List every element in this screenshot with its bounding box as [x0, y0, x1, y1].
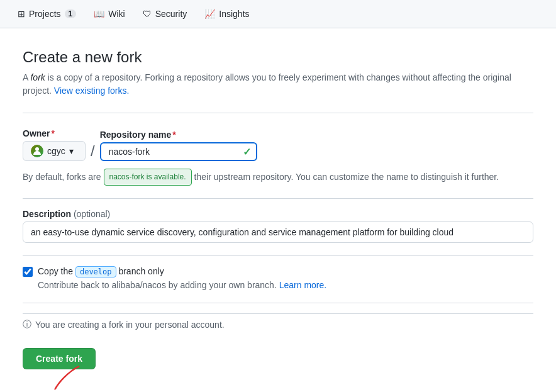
nav-security[interactable]: 🛡 Security [135, 5, 195, 23]
copy-branch-row: Copy the develop branch only [23, 266, 533, 277]
top-nav: ⊞ Projects 1 📖 Wiki 🛡 Security 📈 Insight… [0, 0, 556, 28]
personal-account-info-row: ⓘ You are creating a fork in your person… [23, 313, 533, 335]
slash-separator: / [91, 142, 95, 161]
copy-branch-checkbox[interactable] [23, 267, 33, 277]
description-label: Description (optional) [23, 209, 533, 219]
nav-insights[interactable]: 📈 Insights [197, 5, 257, 23]
form-divider-1 [23, 198, 533, 199]
repo-name-input-wrapper: ✓ [100, 142, 257, 161]
info-circle-icon: ⓘ [23, 319, 31, 330]
nav-wiki-label: Wiki [108, 9, 125, 19]
nav-projects-label: Projects [29, 9, 61, 19]
desc-italic: fork [30, 72, 45, 82]
owner-dropdown[interactable]: cgyc ▾ [23, 141, 86, 161]
owner-name: cgyc [47, 146, 65, 156]
dropdown-chevron-icon: ▾ [69, 146, 74, 156]
repo-name-input[interactable] [100, 142, 257, 161]
owner-avatar [31, 145, 43, 157]
repo-name-field-group: Repository name* ✓ [100, 130, 257, 161]
copy-branch-label: Copy the develop branch only [38, 266, 164, 277]
nav-security-label: Security [155, 9, 187, 19]
nav-projects[interactable]: ⊞ Projects 1 [10, 5, 84, 23]
owner-label: Owner* [23, 128, 86, 138]
fork-info-row: By default, forks are nacos-fork is avai… [23, 169, 533, 186]
main-content: Create a new fork A fork is a copy of a … [8, 28, 548, 389]
repo-name-label: Repository name* [100, 130, 257, 140]
checkbox-sub-text: Contribute back to alibaba/nacos by addi… [38, 280, 533, 290]
projects-badge: 1 [65, 9, 77, 18]
personal-account-text: You are creating a fork in your personal… [35, 320, 225, 330]
section-divider [23, 113, 533, 113]
create-fork-btn-wrapper: Create fork [23, 348, 96, 369]
page-description: A fork is a copy of a repository. Forkin… [23, 71, 533, 98]
form-divider-2 [23, 255, 533, 256]
branch-badge: develop [75, 266, 116, 277]
form-divider-3 [23, 303, 533, 303]
owner-repo-row: Owner* cgyc ▾ / Repository name* [23, 128, 533, 161]
fork-info-pre: By default, forks are [23, 170, 101, 184]
svg-point-0 [35, 147, 39, 151]
view-existing-forks-link[interactable]: View existing forks. [54, 86, 130, 96]
page-title: Create a new fork [23, 48, 533, 66]
nav-wiki[interactable]: 📖 Wiki [86, 5, 132, 23]
create-fork-button[interactable]: Create fork [23, 348, 96, 369]
fork-info-post: their upstream repository. You can custo… [194, 170, 499, 184]
owner-field-group: Owner* cgyc ▾ [23, 128, 86, 161]
desc-prefix: A [23, 72, 30, 82]
shield-icon: 🛡 [143, 9, 152, 19]
nav-insights-label: Insights [219, 9, 249, 19]
fork-form: Owner* cgyc ▾ / Repository name* [23, 128, 533, 369]
checkmark-icon: ✓ [243, 146, 251, 158]
projects-icon: ⊞ [18, 9, 25, 19]
description-section: Description (optional) [23, 209, 533, 243]
availability-tooltip: nacos-fork is available. [104, 169, 192, 186]
learn-more-link[interactable]: Learn more. [279, 280, 326, 290]
wiki-icon: 📖 [94, 9, 104, 19]
optional-label: (optional) [74, 209, 110, 219]
copy-branch-section: Copy the develop branch only Contribute … [23, 266, 533, 290]
insights-icon: 📈 [204, 9, 215, 19]
description-input[interactable] [23, 221, 533, 243]
